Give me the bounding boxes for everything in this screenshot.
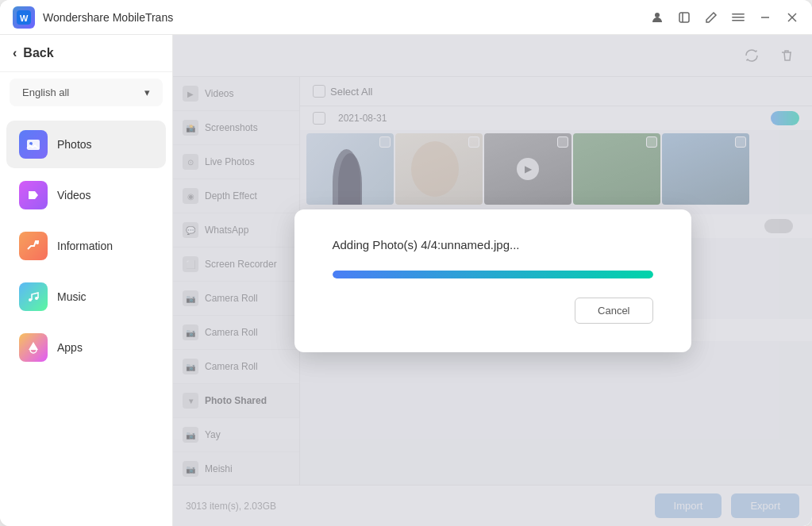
modal-message: Adding Photo(s) 4/4:unnamed.jpg... [333, 238, 653, 251]
sidebar-nav: Photos Videos [0, 113, 172, 379]
sidebar: ‹ Back English all ▾ Photos [0, 35, 173, 526]
progress-bar-fill [333, 271, 653, 278]
svg-point-13 [36, 241, 39, 244]
videos-label: Videos [57, 189, 91, 202]
edit-icon[interactable] [704, 10, 718, 25]
apps-icon [19, 333, 48, 362]
sidebar-item-apps[interactable]: Apps [6, 324, 166, 371]
menu-icon[interactable] [731, 10, 745, 25]
svg-point-14 [29, 298, 32, 301]
back-button[interactable]: ‹ Back [0, 35, 172, 72]
title-bar: W Wondershare MobileTrans [0, 0, 812, 35]
modal-overlay: Adding Photo(s) 4/4:unnamed.jpg... Cance… [173, 35, 812, 526]
modal-dialog: Adding Photo(s) 4/4:unnamed.jpg... Cance… [294, 209, 691, 352]
close-icon[interactable] [785, 10, 799, 25]
back-label: Back [23, 46, 53, 60]
music-icon [19, 282, 48, 311]
lang-label: English all [22, 86, 69, 98]
svg-rect-5 [732, 13, 745, 15]
sidebar-item-information[interactable]: Information [6, 222, 166, 270]
svg-rect-6 [732, 17, 745, 18]
back-arrow-icon: ‹ [13, 46, 17, 60]
bookmark-icon[interactable] [677, 10, 691, 25]
videos-icon [19, 181, 48, 209]
app-title: Wondershare MobileTrans [43, 11, 173, 24]
content-area: ‹ Back English all ▾ Photos [0, 35, 812, 526]
cancel-button[interactable]: Cancel [575, 298, 652, 324]
svg-point-2 [655, 13, 660, 17]
music-label: Music [57, 290, 87, 303]
apps-label: Apps [57, 341, 83, 354]
app-logo-icon: W [13, 6, 35, 29]
svg-text:W: W [20, 13, 29, 23]
minimize-icon[interactable] [758, 10, 772, 25]
information-label: Information [57, 240, 113, 252]
title-bar-left: W Wondershare MobileTrans [13, 6, 173, 29]
photos-icon [19, 130, 48, 159]
information-icon [19, 232, 48, 260]
sidebar-item-photos[interactable]: Photos [6, 121, 166, 168]
svg-rect-3 [679, 13, 689, 22]
user-icon[interactable] [650, 10, 664, 25]
sidebar-item-music[interactable]: Music [6, 273, 166, 321]
sidebar-item-videos[interactable]: Videos [6, 171, 166, 219]
chevron-down-icon: ▾ [144, 86, 150, 98]
svg-point-15 [35, 297, 38, 300]
main-content: ▶ Videos 📸 Screenshots ⊙ Live Photos ◉ D… [173, 35, 812, 526]
language-selector[interactable]: English all ▾ [10, 79, 163, 106]
svg-rect-7 [732, 20, 745, 21]
progress-bar-track [333, 271, 653, 278]
photos-label: Photos [57, 138, 92, 151]
app-window: W Wondershare MobileTrans [0, 0, 812, 526]
title-bar-controls [650, 10, 799, 25]
modal-actions: Cancel [333, 298, 653, 324]
